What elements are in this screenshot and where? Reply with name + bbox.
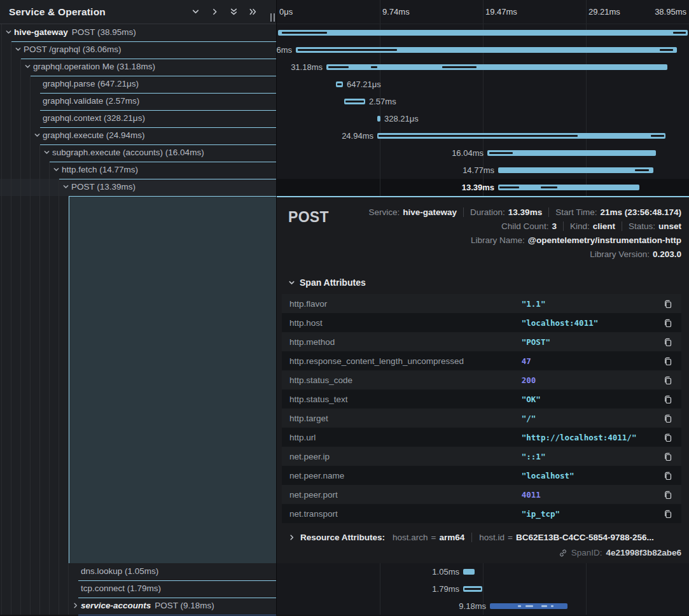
- tree-row[interactable]: graphql.execute (24.94ms): [0, 127, 276, 144]
- attribute-key: http.flavor: [289, 299, 327, 309]
- timeline-row[interactable]: 647.21μs: [277, 76, 689, 93]
- tree-row[interactable]: service-accountsPOST (9.18ms): [0, 598, 276, 615]
- copy-icon[interactable]: [662, 393, 674, 405]
- tree-row[interactable]: hive-gatewayPOST (38.95ms): [0, 24, 276, 41]
- timeline-row[interactable]: 1.79ms: [277, 580, 689, 598]
- attribute-value: "localhost": [522, 471, 574, 480]
- chevron-right-icon[interactable]: [72, 598, 81, 615]
- attribute-key: http.target: [289, 414, 328, 423]
- span-id-label: SpanID:: [571, 548, 602, 557]
- span-detail-panel: POST Service:hive-gatewayDuration:13.39m…: [277, 196, 689, 563]
- bar-duration-label: 13.39ms: [462, 179, 494, 196]
- timeline-row[interactable]: 2.57ms: [277, 93, 689, 110]
- chevron-down-icon[interactable]: [24, 59, 33, 76]
- copy-icon[interactable]: [662, 489, 674, 501]
- span-bar[interactable]: [490, 603, 567, 609]
- meta-separator: [563, 221, 564, 231]
- span-bar[interactable]: [463, 569, 475, 575]
- meta-label: Status:: [629, 221, 655, 231]
- span-bar[interactable]: [326, 64, 667, 70]
- tree-detail-spacer: [0, 196, 276, 563]
- panel-resize-handle[interactable]: [270, 13, 275, 22]
- copy-icon[interactable]: [662, 508, 674, 520]
- tree-row[interactable]: subgraph.execute (accounts) (16.04ms): [0, 144, 276, 162]
- collapse-one-level-button[interactable]: [190, 6, 201, 17]
- indent-guides: [0, 196, 72, 563]
- span-bar[interactable]: [336, 81, 343, 87]
- equals-sign: =: [508, 533, 513, 542]
- span-title: POST: [288, 209, 329, 226]
- span-attributes-header[interactable]: Span Attributes: [288, 277, 681, 288]
- resource-separator: [471, 533, 472, 542]
- timeline-row[interactable]: 1.05ms: [277, 563, 689, 580]
- meta-line: Library Version:0.203.0: [368, 247, 681, 261]
- meta-value: hive-gateway: [403, 207, 457, 217]
- timeline-panel: 0μs9.74ms19.47ms29.21ms38.95ms 36.06ms31…: [276, 0, 689, 615]
- timeline-row[interactable]: 36.06ms: [277, 41, 689, 59]
- timeline-row[interactable]: 328.21μs: [277, 110, 689, 127]
- tree-row[interactable]: dns.lookup (1.05ms): [0, 563, 276, 580]
- copy-icon[interactable]: [662, 374, 674, 386]
- tree-row[interactable]: graphql.parse (647.21μs): [0, 76, 276, 93]
- child-span-notch: [541, 605, 548, 607]
- span-color-underline: [40, 93, 276, 94]
- attribute-value: "OK": [522, 395, 541, 404]
- span-bar[interactable]: [377, 116, 380, 122]
- copy-icon[interactable]: [662, 317, 674, 329]
- attribute-value: "1.1": [522, 299, 546, 309]
- span-attributes-title: Span Attributes: [300, 277, 366, 288]
- bar-duration-label: 9.18ms: [459, 598, 486, 615]
- meta-line: Library Name:@opentelemetry/instrumentat…: [368, 233, 681, 247]
- expand-one-level-button[interactable]: [209, 6, 220, 17]
- timeline-row[interactable]: 31.18ms: [277, 59, 689, 76]
- collapse-all-button[interactable]: [228, 6, 239, 17]
- tree-row[interactable]: POST /graphql (36.06ms): [0, 41, 276, 59]
- tree-row[interactable]: tcp.connect (1.79ms): [0, 580, 276, 598]
- copy-icon[interactable]: [662, 336, 674, 348]
- attribute-row: http.target"/": [282, 409, 681, 428]
- child-span-notch: [551, 605, 553, 607]
- chevron-down-icon[interactable]: [5, 25, 14, 41]
- bar-duration-label: 24.94ms: [342, 127, 373, 144]
- span-bar[interactable]: [344, 99, 365, 104]
- ruler-tick-label: 19.47ms: [485, 7, 517, 17]
- span-bar[interactable]: [487, 150, 656, 156]
- chevron-down-icon[interactable]: [62, 179, 71, 196]
- copy-icon[interactable]: [662, 431, 674, 444]
- operation-label: POST (9.18ms): [155, 601, 214, 610]
- chevron-down-icon[interactable]: [53, 162, 62, 179]
- trace-viewer: Service & Operation hive-gatewayPOST (38…: [0, 0, 689, 616]
- tree-row[interactable]: graphql.operation Me (31.18ms): [0, 59, 276, 76]
- copy-icon[interactable]: [662, 451, 674, 463]
- span-color-underline: [59, 179, 276, 180]
- resource-attributes-row[interactable]: Resource Attributes: host.arch=arm64host…: [288, 533, 681, 542]
- attribute-row: http.method"POST": [282, 332, 681, 351]
- link-icon[interactable]: [559, 549, 567, 557]
- timeline-row[interactable]: 13.39ms: [277, 179, 689, 196]
- resource-value: arm64: [439, 533, 464, 542]
- timeline-row[interactable]: 16.04ms: [277, 144, 689, 162]
- timeline-row[interactable]: 24.94ms: [277, 127, 689, 144]
- tree-row[interactable]: http.fetch (14.77ms): [0, 162, 276, 179]
- chevron-down-icon[interactable]: [15, 42, 24, 59]
- span-bar[interactable]: [377, 133, 665, 139]
- expand-all-button[interactable]: [247, 6, 258, 17]
- timeline-row[interactable]: 14.77ms: [277, 162, 689, 179]
- span-bar[interactable]: [463, 586, 482, 592]
- timeline-row[interactable]: 9.18ms: [277, 598, 689, 615]
- copy-icon[interactable]: [662, 298, 674, 310]
- copy-icon[interactable]: [662, 355, 674, 367]
- timeline-row[interactable]: [277, 24, 689, 41]
- span-bar[interactable]: [278, 30, 688, 36]
- tree-row[interactable]: graphql.context (328.21μs): [0, 110, 276, 127]
- tree-row[interactable]: POST (13.39ms): [0, 179, 276, 196]
- copy-icon[interactable]: [662, 412, 674, 424]
- span-bar[interactable]: [498, 185, 639, 190]
- chevron-down-icon[interactable]: [34, 128, 43, 144]
- span-bar[interactable]: [498, 167, 653, 173]
- copy-icon[interactable]: [662, 470, 674, 482]
- span-bar[interactable]: [296, 47, 677, 53]
- bar-duration-label: 36.06ms: [277, 41, 292, 59]
- chevron-down-icon[interactable]: [43, 145, 52, 162]
- tree-row[interactable]: graphql.validate (2.57ms): [0, 93, 276, 110]
